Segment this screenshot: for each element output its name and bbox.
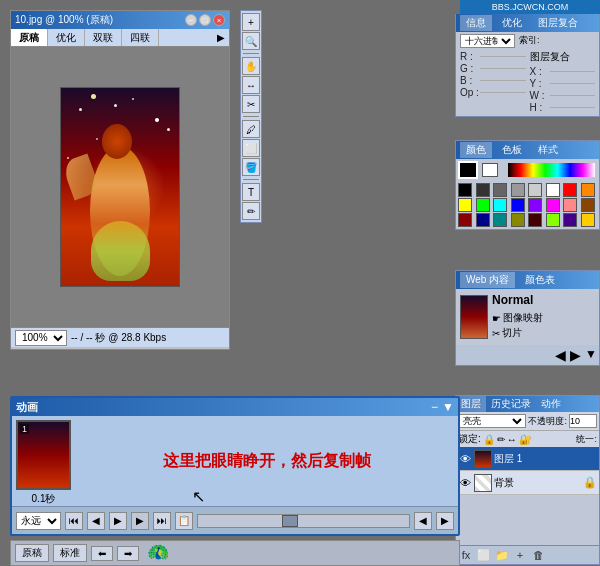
anim-scrollbar[interactable] <box>197 514 410 528</box>
swatch-white[interactable] <box>546 183 560 197</box>
tool-fill[interactable]: 🪣 <box>242 158 260 176</box>
tool-magnify[interactable]: 🔍 <box>242 32 260 50</box>
web-panel-menu-btn[interactable]: ▼ <box>585 347 597 363</box>
tool-text[interactable]: T <box>242 183 260 201</box>
layer-item-layer1[interactable]: 👁 图层 1 <box>456 447 599 471</box>
web-panel-right-btn[interactable]: ▶ <box>570 347 581 363</box>
forward-btn[interactable]: ➡ <box>117 546 139 561</box>
swatch-purple[interactable] <box>528 198 542 212</box>
eye-icon-layer1[interactable]: 👁 <box>458 452 472 466</box>
swatch-cyan[interactable] <box>493 198 507 212</box>
foreground-color[interactable] <box>458 161 478 179</box>
swatch-teal[interactable] <box>493 213 507 227</box>
tool-select[interactable]: ✂ <box>242 95 260 113</box>
swatch-black[interactable] <box>458 183 472 197</box>
lock-position-btn[interactable]: ↔ <box>507 434 517 445</box>
swatch-navy[interactable] <box>476 213 490 227</box>
swatch-indigo[interactable] <box>563 213 577 227</box>
swatch-lightgray[interactable] <box>511 183 525 197</box>
web-panel-left-btn[interactable]: ◀ <box>555 347 566 363</box>
swatch-yellow[interactable] <box>458 198 472 212</box>
lock-transparency-btn[interactable]: 🔒 <box>483 434 495 445</box>
hex-dropdown[interactable]: 十六进制 <box>460 34 515 48</box>
back-btn[interactable]: ⬅ <box>91 546 113 561</box>
web-item-imagemap[interactable]: ☛ 图像映射 <box>492 311 595 325</box>
swatch-orange[interactable] <box>581 183 595 197</box>
tab-quad[interactable]: 四联 <box>122 29 159 46</box>
opacity-input[interactable] <box>569 414 597 428</box>
layers-mode-select[interactable]: 亮壳 <box>458 414 526 428</box>
swatch-darkgray[interactable] <box>476 183 490 197</box>
swatch-lime[interactable] <box>546 213 560 227</box>
layer-item-bg[interactable]: 👁 背景 🔒 <box>456 471 599 495</box>
original-btn[interactable]: 原稿 <box>15 544 49 562</box>
tool-rect[interactable]: ⬜ <box>242 139 260 157</box>
layers-tab-actions[interactable]: 动作 <box>536 396 566 412</box>
minimize-button[interactable]: − <box>185 14 197 26</box>
bbs-banner: BBS.JCWCN.COM <box>460 0 600 14</box>
anim-play-btn[interactable]: ▶ <box>109 512 127 530</box>
swatch-maroon[interactable] <box>528 213 542 227</box>
anim-first-btn[interactable]: ⏮ <box>65 512 83 530</box>
web-tab-content[interactable]: Web 内容 <box>460 272 515 288</box>
swatch-green[interactable] <box>476 198 490 212</box>
anim-menu-btn[interactable]: ▼ <box>442 400 454 414</box>
tool-move[interactable]: ↔ <box>242 76 260 94</box>
loop-select[interactable]: 永远 <box>16 512 61 530</box>
swatch-blue[interactable] <box>511 198 525 212</box>
swatch-silver[interactable] <box>528 183 542 197</box>
swatch-darkred[interactable] <box>458 213 472 227</box>
new-layer-mask-btn[interactable]: ⬜ <box>476 548 492 562</box>
tool-pen[interactable]: 🖊 <box>242 120 260 138</box>
anim-next-btn[interactable]: ▶ <box>131 512 149 530</box>
tool-brush[interactable]: ✏ <box>242 202 260 220</box>
tool-zoom[interactable]: + <box>242 13 260 31</box>
anim-prev-btn[interactable]: ◀ <box>87 512 105 530</box>
mode-label: 图层复合 <box>530 50 596 64</box>
zoom-select[interactable]: 100% <box>15 330 67 346</box>
tab-optimized[interactable]: 优化 <box>48 29 85 46</box>
swatch-gray[interactable] <box>493 183 507 197</box>
info-tab-info[interactable]: 信息 <box>460 15 492 31</box>
tab-dual[interactable]: 双联 <box>85 29 122 46</box>
swatch-olive[interactable] <box>511 213 525 227</box>
color-tab-swatches[interactable]: 色板 <box>496 142 528 158</box>
lock-paint-btn[interactable]: ✏ <box>497 434 505 445</box>
swatch-brown[interactable] <box>581 198 595 212</box>
new-group-btn[interactable]: 📁 <box>494 548 510 562</box>
tool-hand[interactable]: ✋ <box>242 57 260 75</box>
info-row-b: B : <box>460 75 526 86</box>
delete-layer-btn[interactable]: 🗑 <box>530 548 546 562</box>
eye-icon-bg[interactable]: 👁 <box>458 476 472 490</box>
web-item-slice[interactable]: ✂ 切片 <box>492 326 595 340</box>
tab-original[interactable]: 原稿 <box>11 29 48 46</box>
new-layer-btn[interactable]: + <box>512 548 528 562</box>
color-tab-styles[interactable]: 样式 <box>532 142 564 158</box>
standard-btn[interactable]: 标准 <box>53 544 87 562</box>
color-gradient[interactable] <box>508 163 595 177</box>
swatch-magenta[interactable] <box>546 198 560 212</box>
swatch-red[interactable] <box>563 183 577 197</box>
color-tab-color[interactable]: 颜色 <box>460 142 492 158</box>
swatch-pink[interactable] <box>563 198 577 212</box>
swatch-gold[interactable] <box>581 213 595 227</box>
anim-frame-1[interactable]: 1 <box>16 420 71 490</box>
layers-tab-layers[interactable]: 图层 <box>456 396 486 412</box>
close-button[interactable]: × <box>213 14 225 26</box>
tabs-arrow[interactable]: ▶ <box>213 29 229 46</box>
lock-all-btn[interactable]: 🔐 <box>519 434 531 445</box>
info-tab-layers[interactable]: 图层复合 <box>532 15 584 31</box>
layers-tab-history[interactable]: 历史记录 <box>486 396 536 412</box>
fx-button[interactable]: fx <box>458 548 474 562</box>
web-tab-color-table[interactable]: 颜色表 <box>519 272 561 288</box>
background-color[interactable] <box>482 163 498 177</box>
anim-last-btn[interactable]: ⏭ <box>153 512 171 530</box>
anim-scroll-right[interactable]: ▶ <box>436 512 454 530</box>
info-tab-optimize[interactable]: 优化 <box>496 15 528 31</box>
anim-collapse-btn[interactable]: − <box>431 400 438 414</box>
anim-duplicate-btn[interactable]: 📋 <box>175 512 193 530</box>
r-value <box>480 56 526 57</box>
anim-scroll-left[interactable]: ◀ <box>414 512 432 530</box>
maximize-button[interactable]: □ <box>199 14 211 26</box>
web-panel-content: Normal ☛ 图像映射 ✂ 切片 <box>456 289 599 345</box>
